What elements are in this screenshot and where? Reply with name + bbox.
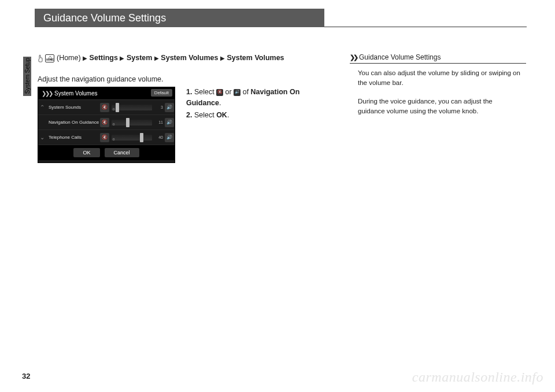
arrow-icon: ▶ bbox=[154, 55, 159, 61]
vol-down-icon: 🔇 bbox=[216, 89, 223, 96]
row-value: 11 bbox=[154, 120, 163, 124]
down-icon: ⌄ bbox=[39, 130, 45, 145]
vol-up-icon[interactable]: 🔊 bbox=[165, 103, 174, 112]
vol-down-icon[interactable]: 🔇 bbox=[100, 103, 109, 112]
finger-icon bbox=[38, 54, 43, 62]
breadcrumb-settings: Settings bbox=[90, 54, 118, 62]
vol-up-icon[interactable]: 🔊 bbox=[165, 133, 174, 142]
page-number: 32 bbox=[22, 372, 30, 380]
row-label: Navigation On Guidance bbox=[49, 120, 99, 125]
sidebar-body: You can also adjust the volume by slidin… bbox=[350, 64, 526, 116]
double-chevron-icon: ❯❯ bbox=[350, 54, 357, 61]
steps: 1. Select 🔇 or 🔊 of Navigation On Guidan… bbox=[186, 87, 331, 121]
volume-row: Navigation On Guidance 🔇 0 11 🔊 bbox=[38, 115, 175, 130]
breadcrumb-home: (Home) bbox=[57, 54, 81, 62]
arrow-icon: ▶ bbox=[220, 55, 225, 61]
default-button[interactable]: Default bbox=[151, 89, 172, 97]
row-label: System Sounds bbox=[49, 105, 99, 110]
section-label: System Setup bbox=[24, 58, 31, 94]
row-value: 40 bbox=[154, 135, 163, 139]
ok-button[interactable]: OK bbox=[73, 148, 99, 157]
page-header: Guidance Volume Settings bbox=[35, 9, 324, 27]
header-rule bbox=[324, 9, 527, 27]
step2-end: . bbox=[227, 111, 229, 119]
up-icon: ⌃ bbox=[39, 100, 45, 114]
system-volumes-screenshot: ❯❯❯ System Volumes Default ⌃ System Soun… bbox=[38, 87, 175, 163]
slider-handle[interactable] bbox=[140, 133, 143, 142]
volume-row: ⌄ Telephone Calls 🔇 0 40 🔊 bbox=[38, 130, 175, 145]
sc-footer: OK Cancel bbox=[38, 145, 175, 160]
volume-bar[interactable]: 0 bbox=[112, 120, 152, 125]
volume-bar[interactable]: 0 bbox=[112, 105, 152, 110]
row-value: 3 bbox=[154, 105, 163, 109]
vol-up-icon: 🔊 bbox=[234, 89, 240, 96]
arrow-icon: ▶ bbox=[83, 55, 87, 61]
breadcrumb: HOME (Home) ▶ Settings ▶ System ▶ System… bbox=[38, 53, 332, 64]
vol-up-icon[interactable]: 🔊 bbox=[165, 118, 174, 127]
breadcrumb-sysvol2: System Volumes bbox=[227, 54, 284, 62]
cancel-button[interactable]: Cancel bbox=[105, 148, 139, 157]
step1-post: of bbox=[240, 88, 250, 96]
volume-row: ⌃ System Sounds 🔇 0 3 🔊 bbox=[38, 100, 175, 115]
vol-down-icon[interactable]: 🔇 bbox=[100, 118, 109, 127]
chevrons-icon: ❯❯❯ bbox=[42, 90, 52, 97]
intro-text: Adjust the navigation guidance volume. bbox=[38, 75, 164, 83]
step2-pre: Select bbox=[194, 111, 216, 119]
row-label: Telephone Calls bbox=[49, 135, 99, 140]
sidebar-p1: You can also adjust the volume by slidin… bbox=[358, 68, 520, 88]
step1-end: . bbox=[219, 99, 221, 107]
step1-pre: Select bbox=[194, 88, 216, 96]
breadcrumb-system: System bbox=[127, 54, 152, 62]
sc-title: System Volumes bbox=[54, 90, 97, 97]
sc-header: ❯❯❯ System Volumes Default bbox=[38, 87, 175, 100]
step-1: 1. Select 🔇 or 🔊 of Navigation On Guidan… bbox=[186, 87, 331, 109]
arrow-icon: ▶ bbox=[120, 55, 124, 61]
sidebar-heading-row: ❯❯ Guidance Volume Settings bbox=[350, 53, 526, 64]
sidebar-note: ❯❯ Guidance Volume Settings You can also… bbox=[350, 53, 526, 124]
step-2: 2. Select OK. bbox=[186, 110, 331, 121]
slider-handle[interactable] bbox=[116, 103, 119, 112]
volume-bar[interactable]: 0 bbox=[112, 135, 152, 140]
breadcrumb-sysvol1: System Volumes bbox=[161, 54, 218, 62]
sidebar-heading: Guidance Volume Settings bbox=[359, 53, 441, 61]
step1-mid: or bbox=[223, 88, 234, 96]
slider-handle[interactable] bbox=[126, 118, 130, 127]
home-icon: HOME bbox=[45, 54, 54, 62]
vol-down-icon[interactable]: 🔇 bbox=[100, 133, 109, 142]
page-title: Guidance Volume Settings bbox=[35, 12, 166, 24]
step2-target: OK bbox=[216, 111, 227, 119]
sidebar-p2: During the voice guidance, you can adjus… bbox=[358, 97, 520, 117]
watermark: carmanualsonline.info bbox=[412, 369, 543, 385]
